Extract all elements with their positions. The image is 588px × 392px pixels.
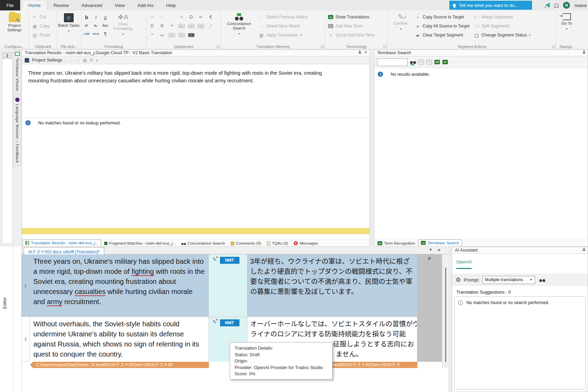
tab-tqas[interactable]: TQAs (0) [264,240,291,246]
qi-degree-button[interactable]: O [186,13,196,22]
dialog-launcher-icon[interactable] [553,45,555,48]
split-segments-button[interactable]: ⫎ Split Segments [472,22,532,31]
add-new-term-button[interactable]: A+ Add New Term [326,22,377,31]
qi-registered-button[interactable]: ® [157,22,167,31]
tab-translation-results[interactable]: Translation Results - nstm-def-eus_j... [23,239,101,246]
prompt-dropdown[interactable]: Multiple translations ▼ [482,276,535,284]
bold-button[interactable]: b [82,13,91,21]
previous-result-button[interactable]: ← [68,58,73,63]
source-segment-2[interactable]: Without overhauls, the Soviet-style habi… [30,317,209,362]
tab-fragment-matches[interactable]: Fragment Matches - nstm-def-eus_j... [102,240,178,246]
tab-term-recognition[interactable]: Az Term Recognition [375,240,417,246]
tab-comments[interactable]: Comments (0) [228,240,264,246]
expand-chevron-button[interactable]: › [96,57,98,63]
subscript-button[interactable]: x₂ [91,22,100,30]
select-next-match-button[interactable]: → Select Next Match [256,22,310,31]
copy-all-source-to-target-button[interactable]: » Copy All Source to Target [413,22,472,31]
qi-tag-button[interactable]: <> [178,24,185,28]
vertical-splitter[interactable] [370,49,374,247]
search-termbase-icon[interactable] [410,60,416,64]
tab-termbase-search[interactable]: oo Termbase Search [418,239,462,246]
qi-trademark-button[interactable]: ™ [167,22,177,31]
copy-source-to-target-button[interactable]: › Copy Source to Target [413,13,472,22]
tab-list-dropdown-icon[interactable]: ▼ [429,248,432,253]
project-settings-button[interactable]: Project Settings [1,12,28,43]
binoculars-icon[interactable] [539,278,545,282]
batch-tasks-button[interactable]: ⚙ Batch Tasks ▾ [58,12,80,43]
tab-view[interactable]: View [108,0,131,10]
close-document-icon[interactable]: ✕ [437,248,441,253]
merge-segments-button[interactable]: ⫍ Merge Segments [472,13,532,22]
gear-icon[interactable]: ⚙ [456,276,461,284]
user-avatar[interactable]: N [563,2,570,9]
dialog-launcher-icon[interactable] [321,45,324,48]
file-menu-button[interactable]: File [0,0,20,10]
qi-quotes-button[interactable]: “” [147,31,157,40]
lrm-button[interactable]: LRM [82,30,91,38]
termbase-search-input[interactable] [377,58,408,66]
pin-icon[interactable] [582,50,586,54]
qi-notsign-button[interactable]: ¬ [177,13,186,22]
vertical-splitter[interactable] [448,247,452,392]
qi-tag-button[interactable]: <> [169,33,175,37]
paste-button[interactable]: ▤ Paste [30,31,52,40]
tab-advanced[interactable]: Advanced [75,0,108,10]
qi-more-button[interactable]: » [188,33,195,37]
source-segment-1[interactable]: Three years on, Ukraine’s military has s… [30,254,209,317]
qi-newline-button[interactable]: ↵ [196,13,206,22]
go-to-button[interactable]: Go To ▾ [557,12,576,43]
edit-settings-button[interactable]: ⚙ [90,58,93,63]
confirm-button[interactable]: ✎ Confirm ▾ [389,12,413,43]
user-name[interactable]: nsasa [574,3,587,8]
qi-tag-button[interactable]: <> [188,24,195,28]
termbase-viewer-icon[interactable] [418,60,424,64]
pin-icon[interactable] [582,248,586,252]
qi-lowquotes-button[interactable]: „” [206,22,215,31]
az-book-icon[interactable]: Az [442,60,448,64]
sidebar-tab-termbase-viewer[interactable]: Termbase Viewer [13,50,21,95]
notifications-bell-icon[interactable] [554,3,558,7]
pilcrow-button[interactable]: ¶ [101,30,110,38]
smallcaps-button[interactable]: Aʙᴄ [101,22,110,30]
feedback-send-icon[interactable] [545,3,550,8]
dialog-launcher-icon[interactable] [217,45,220,48]
close-icon[interactable]: ✕ [364,50,367,54]
segment-status-cell[interactable]: ✎ NMT [209,254,247,317]
concordance-search-button[interactable]: Concordance Search ▾ [222,12,256,43]
editor-scrollbar[interactable] [442,254,448,368]
scrollbar-thumb[interactable] [445,268,446,362]
qi-tag-button[interactable]: <> [198,24,204,28]
apply-result-button[interactable]: ▦ [83,58,87,63]
add-term-icon[interactable] [426,60,432,64]
sidebar-tab-language-weaver[interactable]: Language Weaver – Feedback [13,96,21,166]
clear-target-segment-button[interactable]: ▰ Clear Target Segment [413,31,472,40]
provider-tab-openai[interactable]: OpenAI [456,259,472,264]
dialog-launcher-icon[interactable] [384,45,386,48]
termbase-settings-icon[interactable]: A⚙ [434,60,440,64]
select-previous-match-button[interactable]: ← Select Previous Match [256,13,310,22]
project-settings-link[interactable]: Project Settings [32,58,63,63]
apply-translation-button[interactable]: ▦ Apply Translation ▾ [256,31,310,40]
underline-button[interactable]: u [101,13,110,21]
tab-review[interactable]: Review [47,0,75,10]
superscript-button[interactable]: x² [82,22,91,30]
quick-add-new-term-button[interactable]: ϟ Quick Add New Term [326,31,377,40]
qi-hyphen-button[interactable]: - [157,13,167,22]
document-tab-active[interactable]: AIテスト002.docx.sdlxliff [Translation]* [24,247,104,254]
italic-button[interactable]: i [91,13,100,21]
tab-home[interactable]: Home [22,0,47,10]
tab-concordance-search[interactable]: Concordance Search [179,240,228,246]
show-translations-button[interactable]: Az Show Translations [326,13,377,22]
qi-tag-button[interactable]: <> [178,33,185,37]
expand-panel-button[interactable]: ❯ [2,52,13,58]
qi-middot-button[interactable]: · [167,13,177,22]
change-segment-status-button[interactable]: ▢ Change Segment Status ▾ [472,31,532,40]
clear-formatting-button[interactable]: ❖A Clear Formatting ▾ [110,12,136,43]
qi-guillemets-button[interactable]: «» [157,31,167,40]
next-result-button[interactable]: → [76,58,80,63]
qi-copyright-button[interactable]: © [147,22,157,31]
copy-button[interactable]: ▣ Copy [30,22,52,31]
qi-endash-button[interactable]: – [147,13,157,22]
pin-icon[interactable] [358,50,361,54]
tell-me-search[interactable]: Tell me what you want to do... [449,1,532,10]
